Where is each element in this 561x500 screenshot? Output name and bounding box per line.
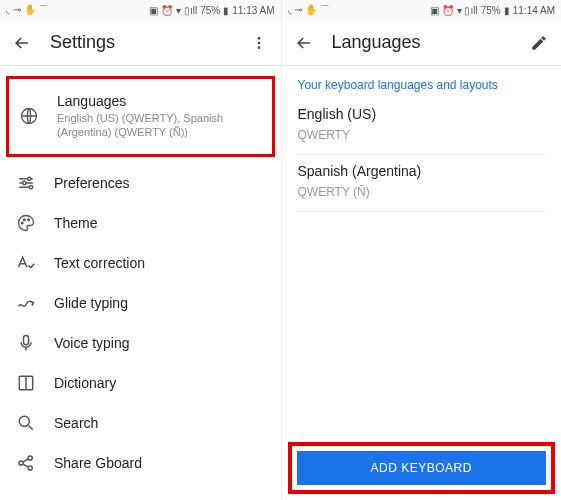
status-right: ▣ ⏰ ▾ ▯ıll 75% ▮ 11:14 AM bbox=[430, 5, 555, 16]
row-languages[interactable]: Languages English (US) (QWERTY), Spanish… bbox=[19, 83, 268, 150]
wifi-icon: ▾ ▯ıll bbox=[457, 5, 478, 16]
lang-layout: QWERTY (Ñ) bbox=[298, 185, 546, 199]
section-header: Your keyboard languages and layouts bbox=[282, 66, 562, 98]
settings-list: Languages English (US) (QWERTY), Spanish… bbox=[0, 66, 281, 500]
status-time: 11:14 AM bbox=[513, 5, 555, 16]
svg-rect-10 bbox=[24, 335, 29, 344]
svg-point-9 bbox=[28, 218, 30, 220]
share-icon bbox=[16, 453, 36, 473]
row-preferences[interactable]: Preferences bbox=[0, 163, 281, 203]
lang-name: English (US) bbox=[298, 106, 546, 122]
svg-point-1 bbox=[257, 41, 260, 44]
row-title: Glide typing bbox=[54, 295, 267, 311]
row-title: Voice typing bbox=[54, 335, 267, 351]
row-title: Dictionary bbox=[54, 375, 267, 391]
divider bbox=[298, 211, 546, 212]
row-theme[interactable]: Theme bbox=[0, 203, 281, 243]
status-left: ◟ ⊸ ✋ ⌒ bbox=[6, 3, 48, 17]
edit-icon[interactable] bbox=[527, 31, 551, 55]
svg-point-2 bbox=[257, 46, 260, 49]
back-icon[interactable] bbox=[10, 31, 34, 55]
svg-point-12 bbox=[19, 416, 29, 426]
status-bar: ◟ ⊸ ✋ ⌒ ▣ ⏰ ▾ ▯ıll 75% ▮ 11:13 AM bbox=[0, 0, 281, 20]
row-title: Search bbox=[54, 415, 267, 431]
svg-point-8 bbox=[24, 218, 26, 220]
globe-icon bbox=[19, 106, 39, 126]
battery-icon: ▮ bbox=[504, 5, 510, 16]
row-title: Text correction bbox=[54, 255, 267, 271]
svg-point-0 bbox=[257, 37, 260, 40]
search-icon bbox=[16, 413, 36, 433]
svg-point-7 bbox=[21, 222, 23, 224]
svg-point-5 bbox=[23, 181, 26, 184]
row-glide-typing[interactable]: Glide typing bbox=[0, 283, 281, 323]
highlight-add-keyboard: ADD KEYBOARD bbox=[288, 442, 556, 494]
alarm-icon: ▣ ⏰ bbox=[149, 5, 173, 16]
status-right: ▣ ⏰ ▾ ▯ıll 75% ▮ 11:13 AM bbox=[149, 5, 274, 16]
textcheck-icon bbox=[16, 253, 36, 273]
book-icon bbox=[16, 373, 36, 393]
row-title: Languages bbox=[57, 93, 254, 109]
row-title: Theme bbox=[54, 215, 267, 231]
add-keyboard-button[interactable]: ADD KEYBOARD bbox=[297, 451, 547, 485]
battery-pct: 75% bbox=[481, 5, 501, 16]
app-bar: Languages bbox=[282, 20, 562, 66]
language-item-english[interactable]: English (US) QWERTY bbox=[282, 98, 562, 154]
row-text-correction[interactable]: Text correction bbox=[0, 243, 281, 283]
palette-icon bbox=[16, 213, 36, 233]
row-share-gboard[interactable]: Share Gboard bbox=[0, 443, 281, 483]
row-sub: English (US) (QWERTY), Spanish (Argentin… bbox=[57, 111, 254, 140]
row-search[interactable]: Search bbox=[0, 403, 281, 443]
app-bar: Settings bbox=[0, 20, 281, 66]
back-icon[interactable] bbox=[292, 31, 316, 55]
row-title: Preferences bbox=[54, 175, 267, 191]
wifi-icon: ▾ ▯ıll bbox=[176, 5, 197, 16]
svg-point-6 bbox=[29, 185, 32, 188]
row-voice-typing[interactable]: Voice typing bbox=[0, 323, 281, 363]
status-left: ◟ ⊸ ✋ ⌒ bbox=[288, 3, 330, 17]
overflow-icon[interactable] bbox=[247, 31, 271, 55]
lang-layout: QWERTY bbox=[298, 128, 546, 142]
battery-icon: ▮ bbox=[223, 5, 229, 16]
status-time: 11:13 AM bbox=[232, 5, 274, 16]
page-title: Languages bbox=[332, 32, 512, 53]
alarm-icon: ▣ ⏰ bbox=[430, 5, 454, 16]
glide-icon bbox=[16, 293, 36, 313]
svg-point-4 bbox=[28, 177, 31, 180]
row-title: Share Gboard bbox=[54, 455, 267, 471]
sliders-icon bbox=[16, 173, 36, 193]
languages-panel: ◟ ⊸ ✋ ⌒ ▣ ⏰ ▾ ▯ıll 75% ▮ 11:14 AM Langua… bbox=[281, 0, 562, 500]
mic-icon bbox=[16, 333, 36, 353]
row-dictionary[interactable]: Dictionary bbox=[0, 363, 281, 403]
page-title: Settings bbox=[50, 32, 231, 53]
highlight-languages: Languages English (US) (QWERTY), Spanish… bbox=[6, 76, 275, 157]
battery-pct: 75% bbox=[200, 5, 220, 16]
language-item-spanish[interactable]: Spanish (Argentina) QWERTY (Ñ) bbox=[282, 155, 562, 211]
settings-panel: ◟ ⊸ ✋ ⌒ ▣ ⏰ ▾ ▯ıll 75% ▮ 11:13 AM Settin… bbox=[0, 0, 281, 500]
lang-name: Spanish (Argentina) bbox=[298, 163, 546, 179]
status-bar: ◟ ⊸ ✋ ⌒ ▣ ⏰ ▾ ▯ıll 75% ▮ 11:14 AM bbox=[282, 0, 562, 20]
